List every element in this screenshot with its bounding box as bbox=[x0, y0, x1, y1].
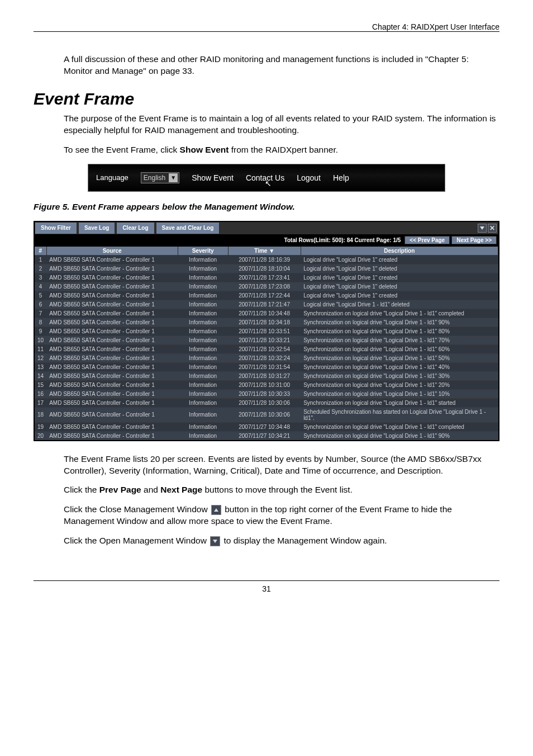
clear-log-button[interactable]: Clear Log bbox=[116, 222, 154, 234]
contact-us-link[interactable]: Contact Us bbox=[246, 173, 284, 182]
cell-num: 19 bbox=[35, 422, 46, 431]
table-row[interactable]: 5AMD SB650 SATA Controller - Controller … bbox=[35, 291, 498, 300]
cell-source: AMD SB650 SATA Controller - Controller 1 bbox=[46, 255, 178, 264]
section-heading: Event Frame bbox=[34, 89, 499, 108]
event-frame-panel: Show Filter Save Log Clear Log Save and … bbox=[34, 221, 499, 441]
language-label: Language bbox=[96, 173, 129, 182]
cell-source: AMD SB650 SATA Controller - Controller 1 bbox=[46, 318, 178, 327]
cell-num: 18 bbox=[35, 407, 46, 422]
cell-source: AMD SB650 SATA Controller - Controller 1 bbox=[46, 336, 178, 344]
table-row[interactable]: 7AMD SB650 SATA Controller - Controller … bbox=[35, 309, 498, 318]
cell-time: 2007/11/28 10:32:54 bbox=[228, 344, 301, 353]
cell-num: 17 bbox=[35, 398, 46, 407]
cell-time: 2007/11/28 17:23:41 bbox=[228, 273, 301, 282]
open-management-window-icon[interactable] bbox=[478, 224, 487, 233]
cell-severity: Information bbox=[178, 282, 228, 291]
save-and-clear-log-button[interactable]: Save and Clear Log bbox=[156, 222, 220, 234]
text: To see the Event Frame, click bbox=[64, 145, 180, 154]
close-management-window-icon bbox=[211, 505, 221, 515]
cell-source: AMD SB650 SATA Controller - Controller 1 bbox=[46, 273, 178, 282]
cell-source: AMD SB650 SATA Controller - Controller 1 bbox=[46, 282, 178, 291]
cell-num: 13 bbox=[35, 362, 46, 371]
open-management-window-icon-inline bbox=[210, 536, 220, 546]
table-row[interactable]: 3AMD SB650 SATA Controller - Controller … bbox=[35, 273, 498, 282]
cell-source: AMD SB650 SATA Controller - Controller 1 bbox=[46, 431, 178, 440]
col-time[interactable]: Time ▼ bbox=[228, 247, 301, 256]
cell-time: 2007/11/28 10:31:27 bbox=[228, 371, 301, 380]
cell-source: AMD SB650 SATA Controller - Controller 1 bbox=[46, 353, 178, 362]
col-description[interactable]: Description bbox=[301, 247, 498, 256]
cell-time: 2007/11/28 10:33:51 bbox=[228, 327, 301, 336]
pager-info: Total Rows(Limit: 500): 84 Current Page:… bbox=[284, 237, 403, 243]
event-pager: Total Rows(Limit: 500): 84 Current Page:… bbox=[35, 234, 498, 247]
table-row[interactable]: 13AMD SB650 SATA Controller - Controller… bbox=[35, 362, 498, 371]
intro-paragraph: A full discussion of these and other RAI… bbox=[64, 54, 499, 77]
table-row[interactable]: 12AMD SB650 SATA Controller - Controller… bbox=[35, 353, 498, 362]
table-row[interactable]: 10AMD SB650 SATA Controller - Controller… bbox=[35, 336, 498, 344]
table-row[interactable]: 19AMD SB650 SATA Controller - Controller… bbox=[35, 422, 498, 431]
col-severity[interactable]: Severity bbox=[178, 247, 228, 256]
table-row[interactable]: 6AMD SB650 SATA Controller - Controller … bbox=[35, 300, 498, 309]
cell-num: 5 bbox=[35, 291, 46, 300]
show-event-link[interactable]: Show Event bbox=[192, 173, 234, 182]
cell-time: 2007/11/28 10:34:18 bbox=[228, 318, 301, 327]
table-row[interactable]: 1AMD SB650 SATA Controller - Controller … bbox=[35, 255, 498, 264]
cell-source: AMD SB650 SATA Controller - Controller 1 bbox=[46, 371, 178, 380]
paragraph-how-to: To see the Event Frame, click Show Event… bbox=[64, 144, 499, 156]
close-icon[interactable]: ✕ bbox=[488, 224, 497, 233]
cell-num: 20 bbox=[35, 431, 46, 440]
prev-page-button[interactable]: << Prev Page bbox=[404, 236, 450, 244]
cell-severity: Information bbox=[178, 291, 228, 300]
cell-description: Synchronization on logical drive "Logica… bbox=[301, 327, 498, 336]
col-source[interactable]: Source bbox=[46, 247, 178, 256]
save-log-button[interactable]: Save Log bbox=[78, 222, 115, 234]
cell-time: 2007/11/28 10:31:54 bbox=[228, 362, 301, 371]
language-value: English bbox=[144, 174, 165, 182]
table-row[interactable]: 18AMD SB650 SATA Controller - Controller… bbox=[35, 407, 498, 422]
table-row[interactable]: 8AMD SB650 SATA Controller - Controller … bbox=[35, 318, 498, 327]
raidxpert-banner: Language English ▼ Show Event Contact Us… bbox=[88, 164, 445, 192]
table-row[interactable]: 11AMD SB650 SATA Controller - Controller… bbox=[35, 344, 498, 353]
table-row[interactable]: 9AMD SB650 SATA Controller - Controller … bbox=[35, 327, 498, 336]
cell-source: AMD SB650 SATA Controller - Controller 1 bbox=[46, 398, 178, 407]
cell-source: AMD SB650 SATA Controller - Controller 1 bbox=[46, 422, 178, 431]
cell-time: 2007/11/28 10:30:06 bbox=[228, 407, 301, 422]
bold-prev-page: Prev Page bbox=[99, 485, 141, 494]
cell-time: 2007/11/28 17:23:08 bbox=[228, 282, 301, 291]
table-row[interactable]: 15AMD SB650 SATA Controller - Controller… bbox=[35, 380, 498, 389]
help-link[interactable]: Help bbox=[333, 173, 349, 182]
table-header-row: # Source Severity Time ▼ Description bbox=[35, 247, 498, 256]
cell-description: Logical drive "Logical Drive 1" created bbox=[301, 291, 498, 300]
show-filter-button[interactable]: Show Filter bbox=[35, 222, 77, 234]
cell-source: AMD SB650 SATA Controller - Controller 1 bbox=[46, 327, 178, 336]
text: to display the Management Window again. bbox=[221, 536, 387, 545]
cell-severity: Information bbox=[178, 407, 228, 422]
cell-description: Synchronization on logical drive "Logica… bbox=[301, 380, 498, 389]
paragraph-paging: Click the Prev Page and Next Page button… bbox=[64, 484, 499, 496]
text: Click the Close Management Window bbox=[64, 504, 210, 514]
cell-num: 1 bbox=[35, 255, 46, 264]
table-row[interactable]: 16AMD SB650 SATA Controller - Controller… bbox=[35, 389, 498, 398]
table-row[interactable]: 20AMD SB650 SATA Controller - Controller… bbox=[35, 431, 498, 440]
header-rule bbox=[34, 31, 499, 32]
table-row[interactable]: 2AMD SB650 SATA Controller - Controller … bbox=[35, 264, 498, 273]
next-page-button[interactable]: Next Page >> bbox=[451, 236, 497, 244]
language-select[interactable]: English ▼ bbox=[141, 172, 179, 183]
cell-time: 2007/11/28 10:33:21 bbox=[228, 336, 301, 344]
cell-time: 2007/11/27 10:34:48 bbox=[228, 422, 301, 431]
cell-severity: Information bbox=[178, 273, 228, 282]
cell-num: 3 bbox=[35, 273, 46, 282]
cell-description: Logical drive "Logical Drive 1" created bbox=[301, 255, 498, 264]
cell-description: Synchronization on logical drive "Logica… bbox=[301, 344, 498, 353]
cell-severity: Information bbox=[178, 300, 228, 309]
table-row[interactable]: 4AMD SB650 SATA Controller - Controller … bbox=[35, 282, 498, 291]
cell-source: AMD SB650 SATA Controller - Controller 1 bbox=[46, 389, 178, 398]
col-num[interactable]: # bbox=[35, 247, 46, 256]
table-row[interactable]: 17AMD SB650 SATA Controller - Controller… bbox=[35, 398, 498, 407]
table-row[interactable]: 14AMD SB650 SATA Controller - Controller… bbox=[35, 371, 498, 380]
cell-severity: Information bbox=[178, 309, 228, 318]
chevron-down-icon: ▼ bbox=[169, 173, 178, 182]
cell-severity: Information bbox=[178, 422, 228, 431]
logout-link[interactable]: Logout bbox=[297, 173, 321, 182]
cell-time: 2007/11/28 10:32:24 bbox=[228, 353, 301, 362]
